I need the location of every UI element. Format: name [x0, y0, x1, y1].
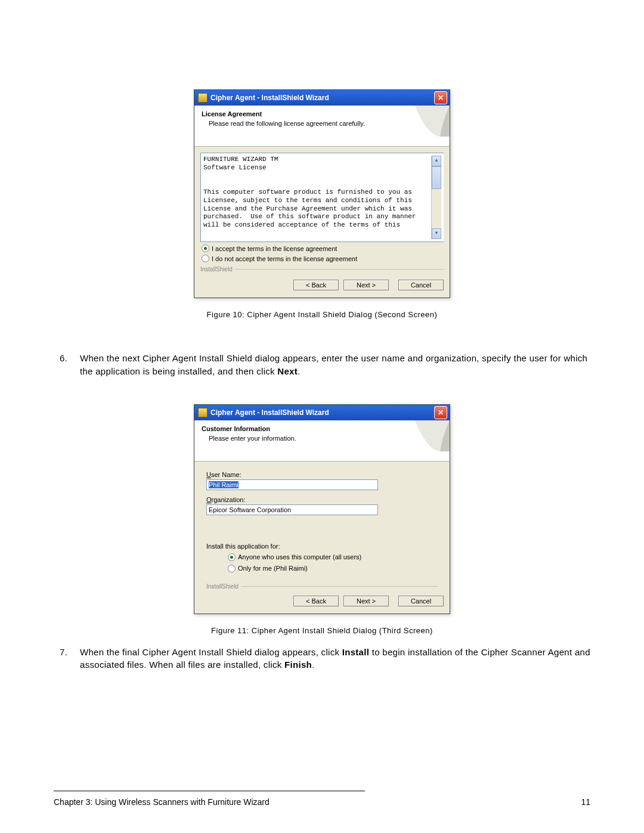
close-icon[interactable]: ✕	[434, 406, 447, 419]
step-6: 6. When the next Cipher Agent Install Sh…	[60, 352, 590, 378]
footer-chapter: Chapter 3: Using Wireless Scanners with …	[54, 797, 270, 807]
installer-icon	[198, 93, 208, 103]
cancel-button[interactable]: Cancel	[398, 596, 444, 606]
radio-accept[interactable]: I accept the terms in the license agreem…	[202, 244, 444, 252]
cancel-button[interactable]: Cancel	[398, 280, 444, 290]
scroll-thumb[interactable]	[432, 166, 441, 189]
scroll-up-icon[interactable]: ▲	[432, 156, 441, 166]
page-curl-icon	[415, 420, 450, 451]
license-dialog: Cipher Agent - InstallShield Wizard ✕ Li…	[194, 89, 450, 298]
install-for-label: Install this application for:	[206, 543, 438, 550]
user-name-input[interactable]: Phil Raimi	[206, 479, 378, 490]
radio-only-me[interactable]: Only for me (Phil Raimi)	[228, 565, 438, 572]
step-number: 7.	[60, 646, 80, 672]
radio-icon	[228, 553, 236, 561]
next-button[interactable]: Next >	[343, 280, 389, 290]
next-button[interactable]: Next >	[343, 596, 389, 606]
footer-page-number: 11	[581, 797, 590, 807]
organization-input[interactable]: Epicor Software Corporation	[206, 504, 378, 515]
page-footer: Chapter 3: Using Wireless Scanners with …	[54, 791, 590, 807]
back-button[interactable]: < Back	[293, 596, 339, 606]
window-title: Cipher Agent - InstallShield Wizard	[210, 408, 329, 417]
titlebar: Cipher Agent - InstallShield Wizard ✕	[194, 405, 450, 420]
figure-caption-11: Figure 11: Cipher Agent Install Shield D…	[54, 626, 590, 635]
license-text: FURNITURE WIZARD TM Software License Thi…	[203, 156, 431, 239]
installshield-brand: InstallShield	[200, 266, 233, 272]
radio-all-label: Anyone who uses this computer (all users…	[238, 553, 361, 561]
close-icon[interactable]: ✕	[434, 91, 447, 104]
organization-label: Organization:	[206, 496, 438, 503]
dialog-heading: License Agreement	[202, 110, 442, 117]
installer-icon	[198, 408, 208, 417]
step-number: 6.	[60, 352, 80, 378]
radio-me-label: Only for me (Phil Raimi)	[238, 565, 308, 572]
window-title: Cipher Agent - InstallShield Wizard	[210, 94, 329, 102]
page-curl-icon	[415, 106, 450, 137]
scrollbar[interactable]: ▲ ▼	[431, 156, 441, 239]
license-textarea[interactable]: FURNITURE WIZARD TM Software License Thi…	[200, 153, 444, 242]
radio-decline-label: I do not accept the terms in the license…	[212, 255, 357, 262]
scroll-down-icon[interactable]: ▼	[432, 228, 441, 239]
radio-accept-label: I accept the terms in the license agreem…	[212, 245, 337, 252]
back-button[interactable]: < Back	[293, 280, 339, 290]
titlebar: Cipher Agent - InstallShield Wizard ✕	[194, 90, 450, 106]
user-name-label: User Name:	[206, 471, 438, 478]
figure-caption-10: Figure 10: Cipher Agent Install Shield D…	[54, 310, 590, 319]
customer-info-dialog: Cipher Agent - InstallShield Wizard ✕ Cu…	[194, 404, 450, 614]
radio-icon	[202, 255, 209, 262]
radio-icon	[202, 244, 209, 252]
dialog-header: Customer Information Please enter your i…	[194, 420, 450, 462]
dialog-subheading: Please read the following license agreem…	[209, 120, 442, 127]
radio-decline[interactable]: I do not accept the terms in the license…	[202, 255, 444, 262]
radio-all-users[interactable]: Anyone who uses this computer (all users…	[228, 553, 438, 561]
dialog-heading: Customer Information	[202, 425, 442, 432]
dialog-subheading: Please enter your information.	[209, 435, 442, 442]
radio-icon	[228, 565, 236, 572]
step-7: 7. When the final Cipher Agent Install S…	[60, 646, 590, 672]
installshield-brand: InstallShield	[206, 583, 239, 590]
dialog-header: License Agreement Please read the follow…	[194, 106, 450, 147]
